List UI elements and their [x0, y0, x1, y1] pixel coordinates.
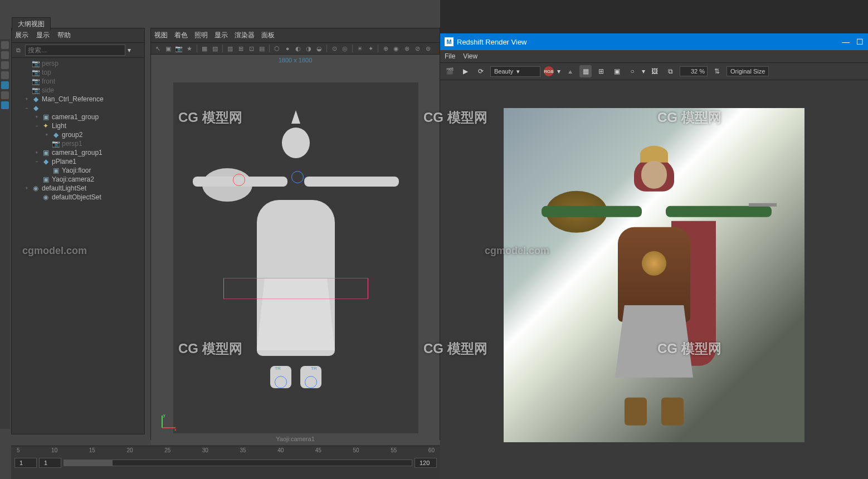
expander-icon[interactable]: +	[34, 150, 40, 155]
rgb-channel-badge[interactable]: RGB	[544, 66, 554, 76]
tree-item-persp[interactable]: 📷persp	[12, 59, 144, 68]
minimize-button[interactable]: —	[842, 37, 850, 46]
camera-icon[interactable]: ▣	[164, 44, 173, 53]
ribbon-tool-icon[interactable]	[1, 41, 9, 49]
original-size-button[interactable]: Original Size	[726, 66, 769, 76]
shadows-icon[interactable]: ◒	[315, 44, 324, 53]
expander-icon[interactable]: −	[34, 159, 40, 164]
viewport[interactable]: 1800 x 1800 TR	[151, 55, 440, 444]
ribbon-tool-icon[interactable]	[1, 51, 9, 59]
chevron-down-icon[interactable]: ▾	[642, 67, 645, 75]
axis-gizmo[interactable]: y x	[157, 411, 179, 433]
outliner-menu-help[interactable]: 帮助	[57, 31, 71, 40]
save-snapshot-icon[interactable]: ⧉	[664, 65, 676, 77]
tree-item-persp1[interactable]: 📷persp1	[12, 139, 144, 148]
character-model[interactable]: TR TR	[179, 99, 413, 388]
outliner-menu-show[interactable]: 显示	[36, 31, 50, 40]
aov-dropdown[interactable]: Beauty ▾	[490, 66, 540, 77]
render-view-viewport[interactable]	[440, 80, 868, 470]
light-icon[interactable]: ☀	[355, 44, 364, 53]
tree-item-camera1-group1[interactable]: +▣camera1_group1	[12, 148, 144, 157]
viewport-menu-view[interactable]: 视图	[154, 31, 168, 40]
ribbon-tool-icon[interactable]	[1, 91, 9, 99]
range-slider-handle[interactable]	[64, 460, 113, 466]
tree-item-top[interactable]: 📷top	[12, 68, 144, 77]
use-lights-icon[interactable]: ◑	[304, 44, 313, 53]
resolution-gate-icon[interactable]: ⊡	[247, 44, 256, 53]
viewport-menu-show[interactable]: 显示	[214, 31, 228, 40]
freeze-icon[interactable]: ○	[626, 65, 638, 77]
zoom-stepper-icon[interactable]: ⇅	[711, 65, 723, 77]
outliner-search-dropdown[interactable]: ▾	[128, 46, 131, 54]
ipr-button[interactable]: ▶	[459, 65, 471, 77]
gate-mask-icon[interactable]: ▤	[257, 44, 266, 53]
viewport-menu-shading[interactable]: 着色	[174, 31, 188, 40]
filter-icon[interactable]: ⧉	[14, 46, 23, 55]
bucket-icon[interactable]: ▣	[611, 65, 623, 77]
ao-icon[interactable]: ◉	[392, 44, 401, 53]
image-plane-icon[interactable]: ▧	[211, 44, 220, 53]
ribbon-tool-icon[interactable]	[1, 61, 9, 69]
outliner-menu-display[interactable]: 展示	[15, 31, 28, 40]
tree-item-yaoji-floor[interactable]: ▣Yaoji:floor	[12, 166, 144, 175]
outliner-tab[interactable]: 大纲视图	[12, 17, 51, 31]
tree-item-group2[interactable]: +◆group2	[12, 130, 144, 139]
expander-icon[interactable]: +	[24, 185, 30, 191]
frame-current-input[interactable]: 1	[39, 458, 61, 468]
expander-icon[interactable]: +	[44, 132, 50, 138]
aa-icon[interactable]: ⊗	[402, 44, 411, 53]
region-icon[interactable]: ▦	[579, 65, 592, 77]
outliner-search[interactable]	[25, 45, 125, 56]
tree-item-light[interactable]: −✦Light	[12, 121, 144, 130]
tree-item-camera1-group[interactable]: +▣camera1_group	[12, 113, 144, 121]
ribbon-tool-icon[interactable]	[1, 81, 9, 89]
frame-end-input[interactable]: 120	[415, 458, 437, 468]
ribbon-tool-icon[interactable]	[1, 71, 9, 79]
expander-icon[interactable]: −	[24, 105, 30, 111]
viewport-menu-renderer[interactable]: 渲染器	[235, 31, 255, 40]
viewport-menu-panels[interactable]: 面板	[261, 31, 275, 40]
grid-icon[interactable]: ▥	[226, 44, 235, 53]
tree-item-yaoji-camera2[interactable]: ▣Yaoji:camera2	[12, 175, 144, 184]
expander-icon[interactable]: +	[24, 96, 30, 102]
snapshot-icon[interactable]: 🖼	[648, 65, 661, 77]
control-circle[interactable]	[233, 174, 245, 186]
control-plane[interactable]	[223, 278, 368, 299]
outliner-search-input[interactable]	[25, 45, 125, 56]
range-slider-track[interactable]	[64, 460, 412, 466]
film-gate-icon[interactable]: ⊞	[236, 44, 245, 53]
smooth-shade-icon[interactable]: ●	[283, 44, 292, 53]
maximize-button[interactable]: ☐	[856, 37, 864, 46]
ribbon-tool-icon[interactable]	[1, 101, 9, 109]
render-icon[interactable]: ▦	[200, 44, 209, 53]
dof-icon[interactable]: ⊘	[413, 44, 422, 53]
render-view-titlebar[interactable]: M Redshift Render View — ☐	[440, 33, 868, 50]
tree-item-man-ctrl-reference[interactable]: +◆Man_Ctrl_Reference	[12, 95, 144, 104]
crop-icon[interactable]: ⟁	[564, 65, 576, 77]
tree-item-default-object-set[interactable]: ◉defaultObjectSet	[12, 193, 144, 202]
expander-icon[interactable]: −	[34, 123, 40, 129]
chevron-down-icon[interactable]: ▾	[557, 67, 560, 75]
wireframe-icon[interactable]: ⬡	[272, 44, 281, 53]
rv-menu-view[interactable]: View	[463, 52, 477, 60]
grid-icon[interactable]: ⊞	[595, 65, 607, 77]
camera-icon[interactable]: 📷	[174, 44, 183, 53]
viewport-menu-lighting[interactable]: 照明	[194, 31, 208, 40]
select-icon[interactable]: ↖	[153, 44, 162, 53]
frame-start-input[interactable]: 1	[14, 458, 37, 468]
light-icon[interactable]: ✦	[366, 44, 375, 53]
timeline-ruler[interactable]: 5 10 15 20 25 30 35 40 45 50 55 60	[11, 446, 440, 454]
exposure-icon[interactable]: ⊚	[423, 44, 432, 53]
foot-control-r[interactable]	[305, 376, 317, 388]
textured-icon[interactable]: ◐	[294, 44, 303, 53]
control-circle[interactable]	[291, 171, 304, 183]
tree-item-group[interactable]: −◆	[12, 104, 144, 113]
zoom-input[interactable]: 32 %	[680, 66, 708, 76]
refresh-button[interactable]: ⟳	[475, 65, 487, 77]
motion-blur-icon[interactable]: ⊕	[381, 44, 390, 53]
tree-item-pplane1[interactable]: −◆pPlane1	[12, 157, 144, 166]
bookmark-icon[interactable]: ★	[185, 44, 194, 53]
tree-item-front[interactable]: 📷front	[12, 77, 144, 86]
render-button[interactable]: 🎬	[443, 65, 456, 77]
tree-item-side[interactable]: 📷side	[12, 86, 144, 95]
